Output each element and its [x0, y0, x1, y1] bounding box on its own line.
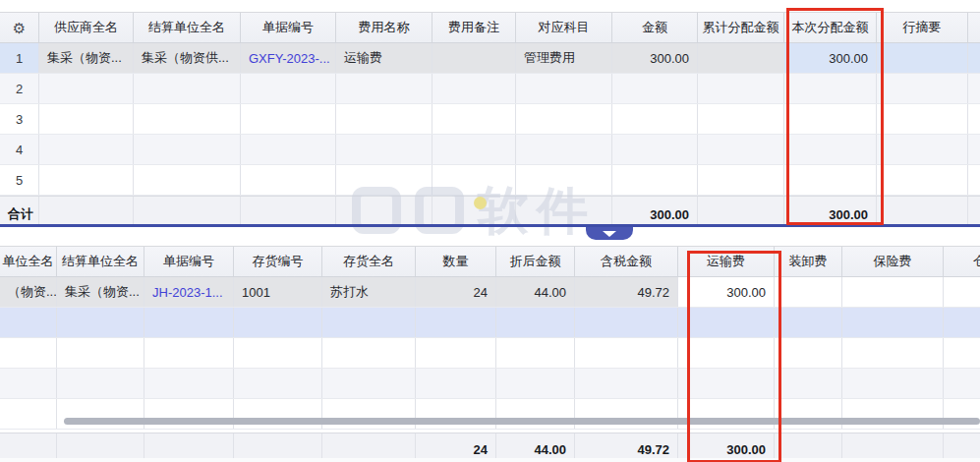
grid-cell[interactable]: [241, 165, 336, 195]
grid-cell[interactable]: [612, 165, 698, 195]
grid-cell[interactable]: [57, 308, 144, 337]
grid-cell[interactable]: [877, 43, 968, 73]
grid-cell[interactable]: [698, 43, 784, 73]
grid-cell[interactable]: [234, 369, 322, 398]
grid-cell[interactable]: [496, 308, 575, 337]
column-header[interactable]: 数量: [416, 247, 496, 276]
grid-cell[interactable]: [968, 165, 980, 195]
grid-cell[interactable]: [842, 369, 944, 398]
column-header[interactable]: [968, 13, 980, 42]
grid-cell[interactable]: [322, 369, 416, 398]
grid-cell[interactable]: JH-2023-1...: [144, 277, 234, 307]
row-number-cell[interactable]: 2: [0, 74, 39, 103]
column-header[interactable]: 单位全名: [0, 247, 57, 276]
grid-cell[interactable]: 1001: [234, 277, 322, 307]
grid-cell[interactable]: [784, 135, 877, 164]
grid-cell[interactable]: 集采（物资...: [39, 43, 134, 73]
grid-cell[interactable]: [39, 74, 134, 103]
grid-cell[interactable]: [432, 43, 516, 73]
grid-cell[interactable]: [134, 165, 241, 195]
grid-cell[interactable]: [877, 74, 968, 103]
collapse-panel-button[interactable]: [586, 227, 633, 240]
row-number-cell[interactable]: 3: [0, 104, 39, 134]
grid-cell[interactable]: [39, 135, 134, 164]
grid-cell[interactable]: [968, 74, 980, 103]
grid-cell[interactable]: [57, 338, 144, 368]
column-header[interactable]: 含税金额: [575, 247, 678, 276]
column-header[interactable]: 折后金额: [496, 247, 575, 276]
column-header[interactable]: 费用名称: [336, 13, 432, 42]
grid-cell[interactable]: [698, 104, 784, 134]
column-header[interactable]: 单据编号: [144, 247, 234, 276]
grid-cell[interactable]: [0, 338, 57, 368]
grid-cell[interactable]: [416, 369, 496, 398]
grid-cell[interactable]: [775, 308, 842, 337]
grid-cell[interactable]: [877, 135, 968, 164]
grid-cell[interactable]: 44.00: [496, 277, 575, 307]
settings-gear-icon[interactable]: ⚙: [13, 21, 26, 35]
grid-settings-cell[interactable]: ⚙: [0, 13, 39, 42]
grid-cell[interactable]: [241, 104, 336, 134]
grid-cell[interactable]: [944, 308, 980, 337]
grid-cell[interactable]: [678, 308, 775, 337]
row-number-cell[interactable]: 5: [0, 165, 39, 195]
grid-cell[interactable]: [516, 165, 612, 195]
grid-cell[interactable]: [944, 338, 980, 368]
grid-cell[interactable]: [678, 338, 775, 368]
horizontal-scrollbar-thumb[interactable]: [64, 418, 980, 425]
grid-cell[interactable]: [241, 135, 336, 164]
grid-cell[interactable]: [134, 135, 241, 164]
grid-cell[interactable]: [516, 104, 612, 134]
grid-cell[interactable]: [516, 74, 612, 103]
grid-cell[interactable]: [144, 369, 234, 398]
grid-cell[interactable]: [432, 74, 516, 103]
column-header[interactable]: 本次分配金额: [784, 13, 877, 42]
grid-cell[interactable]: 集采（物资供...: [134, 43, 241, 73]
row-number-cell[interactable]: 1: [0, 43, 39, 73]
grid-cell[interactable]: 苏打水: [322, 277, 416, 307]
grid-cell[interactable]: 24: [416, 277, 496, 307]
grid-cell[interactable]: [842, 338, 944, 368]
column-header[interactable]: 存货编号: [234, 247, 322, 276]
grid-cell[interactable]: [784, 165, 877, 195]
grid-cell[interactable]: [496, 369, 575, 398]
grid-cell[interactable]: [241, 74, 336, 103]
grid-cell[interactable]: [0, 369, 57, 398]
column-header[interactable]: 金额: [612, 13, 698, 42]
grid-cell[interactable]: 管理费用: [516, 43, 612, 73]
grid-cell[interactable]: [336, 74, 432, 103]
column-header[interactable]: 存货全名: [322, 247, 416, 276]
grid-cell[interactable]: 运输费: [336, 43, 432, 73]
grid-cell[interactable]: 300.00: [784, 43, 877, 73]
column-header[interactable]: 供应商全名: [39, 13, 134, 42]
grid-cell[interactable]: [0, 399, 57, 429]
grid-cell[interactable]: 49.72: [575, 277, 678, 307]
grid-cell[interactable]: [842, 277, 944, 307]
column-header[interactable]: 仓: [944, 247, 980, 276]
grid-cell[interactable]: [416, 308, 496, 337]
document-number-link[interactable]: GXFY-2023-...: [249, 51, 330, 66]
grid-cell[interactable]: [0, 308, 57, 337]
grid-cell[interactable]: [877, 104, 968, 134]
grid-cell[interactable]: [612, 104, 698, 134]
grid-cell[interactable]: [432, 104, 516, 134]
grid-cell[interactable]: [416, 338, 496, 368]
grid-cell[interactable]: [432, 135, 516, 164]
grid-cell[interactable]: [322, 308, 416, 337]
grid-cell[interactable]: 集采（物资...: [57, 277, 144, 307]
grid-cell[interactable]: [968, 43, 980, 73]
grid-cell[interactable]: [944, 277, 980, 307]
column-header[interactable]: 保险费: [842, 247, 944, 276]
grid-cell[interactable]: [612, 74, 698, 103]
grid-cell[interactable]: [57, 369, 144, 398]
grid-cell[interactable]: [336, 104, 432, 134]
grid-cell[interactable]: [944, 369, 980, 398]
column-header[interactable]: 费用备注: [432, 13, 516, 42]
grid-cell[interactable]: [678, 369, 775, 398]
column-header[interactable]: 结算单位全名: [57, 247, 144, 276]
column-header[interactable]: 运输费: [678, 247, 775, 276]
column-header[interactable]: 行摘要: [877, 13, 968, 42]
grid-cell[interactable]: （物资...: [0, 277, 57, 307]
grid-cell[interactable]: [234, 308, 322, 337]
grid-cell[interactable]: [39, 104, 134, 134]
